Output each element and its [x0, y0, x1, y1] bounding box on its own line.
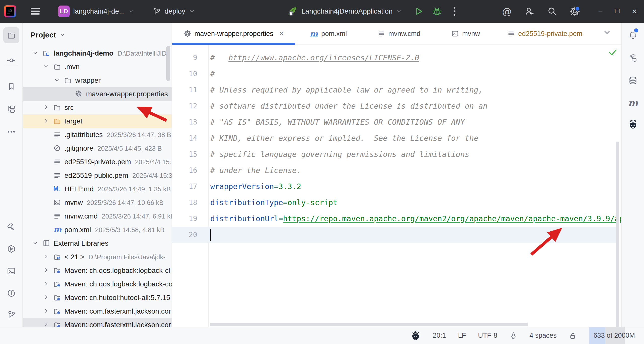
tree-item-label: Maven: cn.hutool:hutool-all:5.7.15 [64, 291, 170, 305]
chevron-right-icon[interactable] [43, 267, 49, 273]
editor-horizontal-scrollbar[interactable] [210, 323, 528, 326]
tab-maven-wrapper.properties[interactable]: maven-wrapper.properties✕ [172, 23, 295, 45]
caret-position-widget[interactable]: 20:1 [433, 327, 446, 344]
problems-tool-button[interactable] [3, 285, 19, 301]
tree-item-maven-ch.qos.logback-logback-cl[interactable]: Maven: ch.qos.logback:logback-cl [23, 264, 172, 277]
code-segment: distributionType [210, 198, 283, 207]
chevron-down-icon[interactable] [32, 50, 38, 56]
tree-item-external-libraries[interactable]: External Libraries [23, 237, 172, 250]
ai-assistant-button[interactable] [625, 50, 641, 66]
file-encoding-widget[interactable]: UTF-8 [478, 327, 497, 344]
minimize-button[interactable]: – [592, 0, 609, 23]
maven-tool-button[interactable]: m [625, 95, 641, 111]
tree-item-maven-com.fasterxml.jackson.cor[interactable]: Maven: com.fasterxml.jackson.cor [23, 318, 172, 327]
project-tool-button[interactable] [3, 27, 19, 43]
chevron-down-icon[interactable] [54, 77, 60, 83]
restore-button[interactable]: ❐ [609, 0, 626, 23]
tree-item-target[interactable]: target [23, 114, 172, 128]
chevron-right-icon[interactable] [43, 308, 49, 314]
plugin-tool-button[interactable] [625, 116, 641, 132]
line-separator-widget[interactable]: LF [458, 327, 466, 344]
file-encoding: UTF-8 [478, 332, 497, 339]
services-tool-button[interactable] [3, 241, 19, 257]
code-segment: http://www.apache.org/licenses/LICENSE-2… [228, 53, 419, 62]
chevron-right-icon[interactable] [43, 104, 49, 110]
code-segment: https://repo.maven.apache.org/maven2/org… [283, 214, 621, 223]
chevron-down-icon[interactable] [43, 63, 49, 70]
bookmarks-tool-button[interactable] [3, 78, 19, 95]
ai-assistant-button[interactable]: @ [501, 6, 513, 17]
hidden-tabs-button[interactable] [603, 28, 611, 38]
memory-indicator-text: 633 of 2000M [589, 332, 635, 339]
tree-item-pom.xml[interactable]: mpom.xml2025/5/3 14:58, 4.81 kB [23, 223, 172, 237]
structure-tool-button[interactable] [3, 101, 19, 117]
settings-button[interactable] [569, 6, 581, 17]
tree-item-wrapper[interactable]: wrapper [23, 74, 172, 87]
tab-mvnw.cmd[interactable]: mvnw.cmd [361, 23, 437, 45]
folder-icon [53, 104, 61, 111]
chevron-down-icon[interactable] [32, 240, 38, 246]
tree-item--21-[interactable]: < 21 >D:\Program Files\Java\jdk- [23, 250, 172, 264]
chevron-right-icon[interactable] [43, 294, 49, 300]
project-panel-header[interactable]: Project [30, 31, 65, 39]
tree-item-.mvn[interactable]: .mvn [23, 60, 172, 74]
line-code: # Unless required by applicable law or a… [210, 82, 621, 98]
build-tool-button[interactable] [3, 219, 19, 235]
indent-style-widget[interactable]: 4 spaces [530, 327, 557, 344]
inspections-ok-icon[interactable] [609, 49, 617, 58]
memory-indicator-widget[interactable]: 633 of 2000M [589, 327, 644, 344]
tab-mvnw[interactable]: mvnw [437, 23, 495, 45]
tree-item-meta: D:\Program Files\Java\jdk- [88, 253, 165, 261]
close-icon[interactable]: ✕ [279, 30, 284, 37]
tree-item-ed25519-private.pem[interactable]: ed25519-private.pem2025/4/4 15: [23, 155, 172, 169]
tree-item-label: langchain4j-demoD:\Data\IntelliJID [54, 47, 167, 60]
tree-item-maven-com.fasterxml.jackson.cor[interactable]: Maven: com.fasterxml.jackson.cor [23, 305, 172, 318]
tree-item-help.md[interactable]: M↓HELP.md2025/3/26 14:49, 1.35 kB [23, 182, 172, 196]
editor-vertical-scrollbar[interactable] [616, 142, 619, 327]
tree-item-.gitattributes[interactable]: .gitattributes2025/3/26 14:47, 38 B [23, 128, 172, 142]
chevron-right-icon[interactable] [43, 321, 49, 327]
code-style-tree-widget[interactable] [509, 327, 517, 344]
chevron-right-icon[interactable] [43, 280, 49, 287]
search-button[interactable] [546, 6, 558, 17]
run-button[interactable] [414, 0, 424, 23]
chevron-right-icon[interactable] [43, 253, 49, 260]
tree-item-mvnw[interactable]: mvnw2025/3/26 14:47, 10.66 kB [23, 196, 172, 209]
editor[interactable]: 9# http://www.apache.org/licenses/LICENS… [172, 45, 621, 327]
tree-item-maven-cn.hutool-hutool-all-5.7.15[interactable]: Maven: cn.hutool:hutool-all:5.7.15 [23, 291, 172, 305]
close-button[interactable]: ✕ [626, 0, 643, 23]
more-tools-button[interactable] [3, 124, 19, 140]
database-tool-button[interactable] [625, 72, 641, 89]
tree-item-maven-ch.qos.logback-logback-co[interactable]: Maven: ch.qos.logback:logback-co [23, 277, 172, 291]
project-tree-scrollbar[interactable] [166, 46, 170, 81]
vcs-branch-widget[interactable]: deploy [152, 0, 195, 23]
tree-item-label: .mvn [64, 60, 80, 74]
code-segment: # Unless required by applicable law or a… [210, 85, 483, 94]
library-icon [53, 294, 61, 301]
notifications-button[interactable] [625, 27, 641, 43]
line-number: 10 [172, 66, 197, 82]
line-number: 18 [172, 195, 197, 211]
tab-pom.xml[interactable]: mpom.xml [295, 23, 361, 45]
tree-item-maven-wrapper.properties[interactable]: maven-wrapper.properties [23, 87, 172, 101]
plugin-status-widget[interactable] [411, 327, 421, 344]
chevron-right-icon[interactable] [43, 117, 49, 124]
main-menu-button[interactable] [30, 0, 40, 23]
add-user-button[interactable] [524, 6, 535, 17]
tree-item-.gitignore[interactable]: .gitignore2025/4/5 14:45, 423 B [23, 142, 172, 155]
tree-item-ed25519-public.pem[interactable]: ed25519-public.pem2025/4/4 15:3 [23, 169, 172, 182]
tree-item-langchain4j-demo[interactable]: langchain4j-demoD:\Data\IntelliJID [23, 47, 172, 60]
debug-button[interactable] [432, 0, 442, 23]
code-segment: 3.3.2 [278, 182, 301, 191]
tree-item-src[interactable]: src [23, 101, 172, 114]
git-tool-button[interactable] [3, 307, 19, 323]
add-user-icon [525, 6, 535, 16]
file-writable-widget[interactable] [569, 327, 577, 344]
project-widget[interactable]: LD langchain4j-de... [58, 0, 134, 23]
terminal-tool-button[interactable] [3, 263, 19, 279]
tab-ed25519-private.pem[interactable]: ed25519-private.pem [495, 23, 595, 45]
notification-dot [633, 28, 639, 33]
run-configuration-widget[interactable]: Langchain4jDemoApplication [287, 0, 402, 23]
tree-item-mvnw.cmd[interactable]: mvnw.cmd2025/3/26 14:47, 6.91 kB [23, 209, 172, 223]
more-actions-button[interactable] [453, 0, 456, 23]
